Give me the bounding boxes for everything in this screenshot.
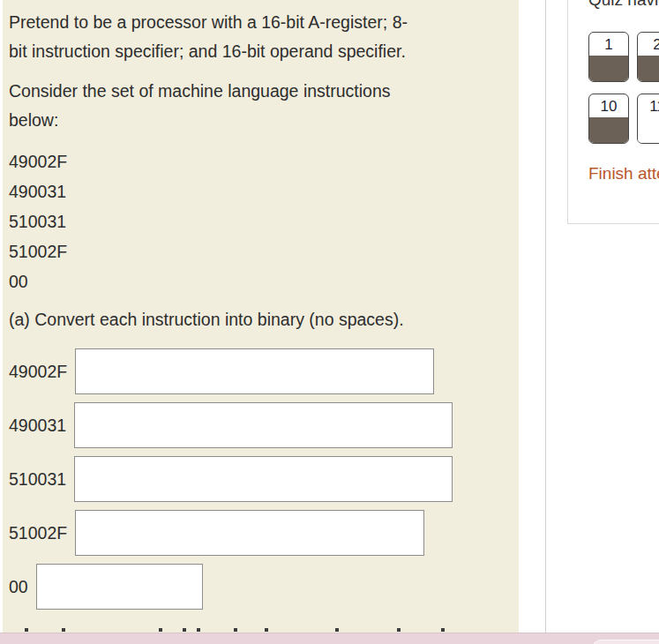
finish-attempt-link[interactable]: Finish attempt ... xyxy=(588,164,659,183)
answered-fill xyxy=(589,117,628,143)
question-number: 10 xyxy=(589,94,628,117)
machine-instruction: 51002F xyxy=(9,236,510,266)
question-nav-button-1[interactable]: 1 xyxy=(588,32,629,82)
bottom-edge-button[interactable] xyxy=(593,640,659,644)
answer-input-49002F[interactable] xyxy=(75,348,434,394)
answer-row: 00 xyxy=(9,564,510,610)
answer-row: 490031 xyxy=(9,402,510,448)
machine-instruction: 49002F xyxy=(9,146,510,176)
answer-row-label: 00 xyxy=(9,577,28,597)
machine-instruction: 510031 xyxy=(9,206,510,236)
quiz-navigation-panel: Quiz navigation 1 2 10 11 Finish attempt… xyxy=(567,0,659,224)
answer-input-51002F[interactable] xyxy=(75,510,424,556)
answer-row-label: 490031 xyxy=(9,416,66,436)
quiz-page: Pretend to be a processor with a 16-bit … xyxy=(0,0,659,644)
answered-fill xyxy=(638,56,659,81)
machine-instruction-list: 49002F 490031 510031 51002F 00 xyxy=(9,146,510,296)
answer-row: 49002F xyxy=(9,348,510,394)
answer-row: 51002F xyxy=(9,510,510,556)
machine-instruction: 00 xyxy=(9,266,510,296)
quiz-navigation-title: Quiz navigation xyxy=(588,0,659,11)
question-button-row-2: 10 11 xyxy=(588,94,659,144)
question-number: 1 xyxy=(589,33,628,56)
answer-input-00[interactable] xyxy=(36,564,203,610)
answer-row-label: 510031 xyxy=(9,469,66,490)
answer-row-label: 51002F xyxy=(9,523,67,543)
answer-section: 49002F 490031 510031 51002F 00 xyxy=(9,348,510,610)
question-number: 11 xyxy=(638,94,659,117)
question-number: 2 xyxy=(638,33,659,56)
question-text-line: bit instruction specifier; and 16-bit op… xyxy=(9,37,510,66)
answer-input-490031[interactable] xyxy=(74,402,453,448)
question-nav-button-11[interactable]: 11 xyxy=(637,94,659,144)
question-text-line: below: xyxy=(9,106,510,135)
answer-row-label: 49002F xyxy=(9,362,67,382)
answered-fill xyxy=(638,117,659,143)
question-content: Pretend to be a processor with a 16-bit … xyxy=(3,0,519,633)
question-paragraph: Pretend to be a processor with a 16-bit … xyxy=(9,8,510,66)
question-nav-button-10[interactable]: 10 xyxy=(588,94,629,144)
machine-instruction: 490031 xyxy=(9,176,510,206)
question-nav-button-2[interactable]: 2 xyxy=(637,32,659,82)
answered-fill xyxy=(589,56,628,81)
question-button-row-1: 1 2 xyxy=(588,32,659,82)
answer-row: 510031 xyxy=(9,456,510,502)
question-text-line: Pretend to be a processor with a 16-bit … xyxy=(9,8,510,37)
question-paragraph: Consider the set of machine language ins… xyxy=(9,77,510,135)
question-text-line: Consider the set of machine language ins… xyxy=(9,77,510,106)
vertical-divider xyxy=(545,0,546,633)
part-a-prompt: (a) Convert each instruction into binary… xyxy=(9,305,510,334)
bottom-bar xyxy=(0,633,659,644)
answer-input-510031[interactable] xyxy=(74,456,453,502)
